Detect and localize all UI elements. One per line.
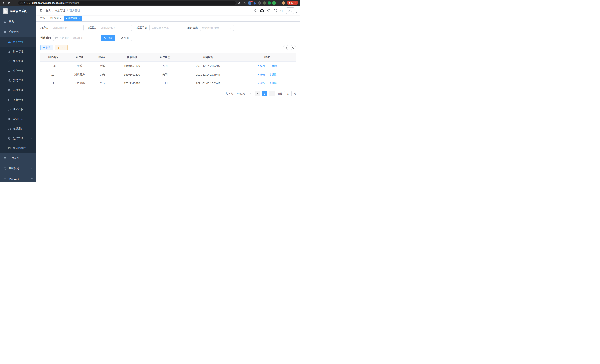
fullscreen-icon[interactable] (274, 9, 277, 12)
share-icon[interactable] (237, 1, 241, 5)
message-icon (8, 108, 11, 111)
home-icon[interactable] (13, 1, 16, 5)
page-number-button[interactable]: 1 (262, 91, 267, 96)
pagination-total: 共 3 条 (225, 92, 233, 95)
sidebar-item-label: 错误码管理 (13, 146, 26, 150)
delete-link[interactable]: 删除 (269, 64, 277, 67)
goto-label: 前往 (278, 92, 282, 95)
extension-icon-5[interactable] (268, 1, 271, 5)
reset-button[interactable]: 重置 (118, 35, 132, 41)
prev-page-button[interactable] (255, 91, 260, 96)
sidebar-item-label: 菜单管理 (13, 69, 23, 73)
reset-button-label: 重置 (124, 36, 129, 39)
sidebar-item-notice[interactable]: 通知公告 (0, 105, 36, 114)
sidebar-item-tenant[interactable]: 租户管理 (0, 37, 36, 47)
sidebar: 芋道管理系统 首页 系统管理 (0, 6, 36, 182)
broadcast-icon (8, 127, 11, 130)
goto-page-input[interactable] (284, 91, 292, 96)
refresh-table-button[interactable] (291, 45, 296, 50)
extension-icon-3[interactable] (258, 1, 261, 5)
tab-label: 首页 (40, 17, 45, 20)
sidebar-item-infrastructure[interactable]: 基础设施 (0, 163, 36, 174)
breadcrumb-system[interactable]: 系统管理 (55, 9, 65, 12)
date-range-picker[interactable]: 开始日期 - 结束日期 (53, 35, 96, 41)
cell-status: 开启 (152, 79, 178, 88)
sidebar-item-system[interactable]: 系统管理 (0, 27, 36, 37)
hide-search-button[interactable] (283, 45, 289, 50)
bookmark-star-icon[interactable] (243, 1, 247, 5)
sidebar-item-error-code[interactable]: </> 错误码管理 (0, 143, 36, 153)
close-icon[interactable]: × (60, 17, 61, 19)
field-label: 联系手机 (137, 26, 147, 29)
profile-avatar-icon[interactable] (282, 1, 285, 5)
cell-phone: 15601691300 (112, 62, 152, 70)
extensions-row: 10 (248, 1, 285, 5)
extension-icon-4[interactable] (263, 1, 266, 5)
status-select[interactable]: 请选择租户状态 (200, 25, 234, 31)
tab-dept[interactable]: 部门管理 × (48, 16, 63, 21)
sidebar-item-post[interactable]: 岗位管理 (0, 85, 36, 95)
tab-home[interactable]: 首页 (38, 16, 47, 21)
delete-link[interactable]: 删除 (269, 82, 277, 85)
sidebar-item-audit-log[interactable]: 审计日志 (0, 114, 36, 124)
browser-menu-icon[interactable]: ⋮ (294, 2, 297, 4)
sidebar-item-label: 岗位管理 (13, 88, 23, 92)
extension-icon-2[interactable] (253, 1, 256, 5)
sidebar-toggle-icon[interactable] (39, 9, 43, 12)
font-size-icon[interactable]: TT (280, 9, 283, 12)
edit-link[interactable]: 修改 (257, 82, 265, 85)
sidebar-item-menu[interactable]: 菜单管理 (0, 66, 36, 76)
browser-chrome: 不安全 dashboard.yudao.iocoder.cn/system/te… (0, 0, 300, 6)
edit-link[interactable]: 修改 (257, 73, 265, 76)
add-button[interactable]: 新增 (40, 45, 53, 50)
sidebar-item-dev-tools[interactable]: 研发工具 (0, 174, 36, 182)
search-button[interactable]: 搜索 (101, 35, 115, 41)
security-status[interactable]: 不安全 (20, 1, 31, 5)
breadcrumb-home[interactable]: 首页 (46, 9, 51, 12)
extension-icon-6[interactable] (272, 1, 275, 5)
warning-icon (20, 2, 23, 4)
sidebar-item-online-users[interactable]: 在线用户 (0, 124, 36, 134)
extension-icon-1[interactable]: 10 (248, 1, 251, 5)
users-icon (8, 40, 11, 43)
sidebar-item-dict[interactable]: 字典管理 (0, 95, 36, 105)
sidebar-item-payment[interactable]: ¥ 支付管理 (0, 153, 36, 163)
github-icon[interactable] (260, 9, 264, 12)
tenant-name-input[interactable] (51, 25, 84, 31)
cell-contact: 测试 (93, 62, 112, 70)
delete-label: 删除 (272, 73, 277, 76)
export-button[interactable]: 导出 (55, 45, 67, 50)
cell-tenant-name: 测试 (66, 62, 92, 70)
sidebar-item-home[interactable]: 首页 (0, 16, 36, 27)
edit-link[interactable]: 修改 (257, 64, 265, 67)
sidebar-item-sms[interactable]: 短信管理 (0, 134, 36, 143)
extension-badge: 10 (250, 0, 253, 2)
user-avatar[interactable] (286, 7, 294, 14)
app-logo[interactable]: 芋道管理系统 (0, 6, 36, 16)
help-icon[interactable] (267, 9, 270, 12)
phone-input[interactable] (149, 25, 182, 31)
page-size-select[interactable]: 10条/页 (235, 91, 253, 96)
sidebar-item-user[interactable]: 用户管理 (0, 47, 36, 56)
browser-update-button[interactable]: 更新 ⋮ (287, 1, 298, 5)
contact-input[interactable] (99, 25, 132, 31)
close-icon[interactable]: × (78, 17, 80, 19)
edit-label: 修改 (260, 64, 265, 67)
sidebar-item-role[interactable]: 角色管理 (0, 56, 36, 66)
delete-link[interactable]: 删除 (269, 73, 277, 76)
search-icon[interactable] (254, 9, 257, 12)
sidebar-item-dept[interactable]: 部门管理 (0, 76, 36, 85)
app: 芋道管理系统 首页 系统管理 (0, 6, 300, 182)
cell-phone: 17321315478 (112, 79, 152, 88)
date-separator: - (71, 37, 72, 39)
reload-icon[interactable] (7, 1, 11, 5)
column-header: 租户状态 (152, 53, 178, 62)
tab-tenant[interactable]: 租户管理 × (64, 16, 82, 21)
next-page-button[interactable] (269, 91, 275, 96)
extension-icon-7[interactable] (277, 1, 280, 5)
url-bar[interactable]: 不安全 dashboard.yudao.iocoder.cn/system/te… (18, 1, 236, 5)
chevron-down-icon (31, 118, 33, 120)
caret-down-icon[interactable]: ▾ (296, 11, 297, 14)
back-icon[interactable] (2, 1, 6, 5)
cell-actions: 修改 删除 (238, 62, 296, 70)
